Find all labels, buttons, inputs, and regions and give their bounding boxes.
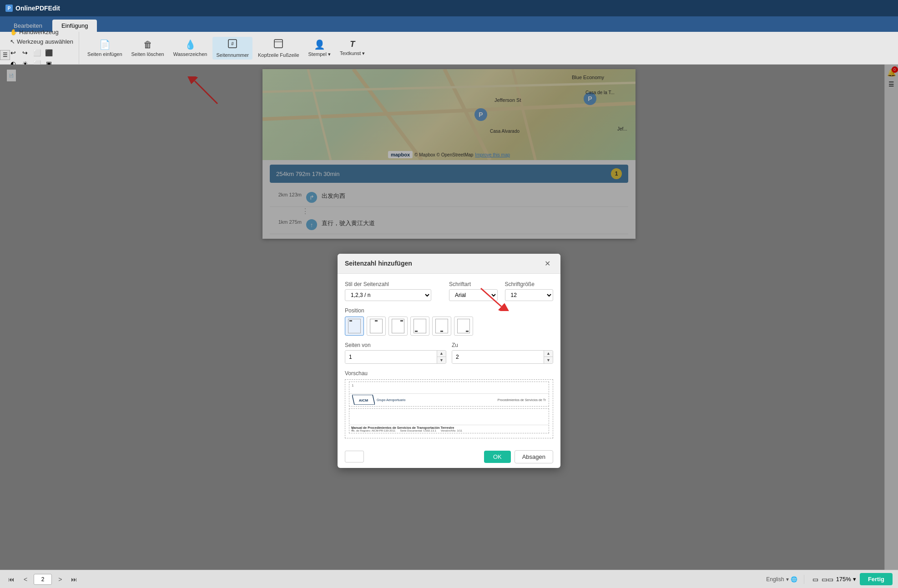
werkzeug-label: Werkzeug auswählen (17, 38, 73, 45)
stil-label: Stil der Seitenzahl (345, 281, 442, 287)
preview-container: 1 AICM Grupo Aeroportuario Procedimiento… (345, 379, 553, 438)
stempel-icon: 👤 (314, 39, 325, 50)
view-single-btn[interactable]: ▭ (811, 574, 821, 584)
dialog-header: Seitenzahl hinzufügen ✕ (338, 254, 560, 274)
schriftgroesse-label: Schriftgröße (505, 281, 554, 287)
preview-serie: Serie Documental: CS02.13.1 (400, 429, 436, 432)
position-bottom-left[interactable] (410, 317, 429, 336)
position-bottom-right[interactable] (454, 317, 473, 336)
seiten-von-spinners: ▲ ▼ (437, 351, 446, 363)
titlebar: P OnlinePDFEdit (0, 0, 898, 16)
app-logo: P OnlinePDFEdit (5, 4, 60, 13)
seiten-von-input[interactable] (345, 351, 437, 363)
seiten-zu-down[interactable]: ▼ (544, 357, 553, 363)
view-btn2[interactable]: ⬛ (44, 48, 54, 58)
dialog-close-button[interactable]: ✕ (542, 258, 553, 269)
modal-overlay: Seitenzahl hinzufügen ✕ Stil der Seitenz… (0, 65, 898, 570)
seitennummer-label: Seitennummer (216, 52, 249, 58)
preview-footer-line1: Manual de Procedimientos de Servicios de… (351, 426, 547, 429)
seiten-zu-input[interactable] (452, 351, 544, 363)
preview-aicm-subtext: Grupo Aeroportuario (377, 398, 405, 402)
language-selector[interactable]: English ▾ 🌐 (766, 576, 797, 583)
color-swatch[interactable] (345, 451, 364, 462)
zoom-controls: 175% ▾ (836, 576, 856, 583)
seiten-von-up[interactable]: ▲ (437, 351, 446, 357)
wasserzeichen-icon: 💧 (185, 39, 196, 50)
schriftgroesse-select[interactable]: 12 (505, 289, 554, 301)
svg-rect-4 (274, 40, 283, 48)
textkunst-icon: T (350, 40, 355, 49)
handwerkzeug-label: Handwerkzeug (19, 29, 59, 35)
werkzeug-button[interactable]: ↖ Werkzeug auswählen (8, 37, 75, 46)
preview-footer-band: Manual de Procedimientos de Servicios de… (349, 425, 549, 433)
svg-text:AICM: AICM (359, 398, 368, 402)
insert-tools-group: 📄 Seiten einfügen 🗑 Seiten löschen 💧 Was… (79, 32, 373, 64)
nav-next-button[interactable]: > (55, 575, 65, 584)
fertig-button[interactable]: Fertig (860, 573, 893, 585)
kopfzeile-icon (273, 39, 283, 51)
textkunst-label: Textkunst ▾ (340, 50, 365, 56)
nav-prev-button[interactable]: < (21, 575, 30, 584)
seiten-zu-up[interactable]: ▲ (544, 351, 553, 357)
seiten-zu-spinners: ▲ ▼ (544, 351, 553, 363)
preview-version: Versión/Año: 1/11 (441, 429, 462, 432)
position-top-right[interactable] (388, 317, 408, 336)
position-label: Position (345, 307, 553, 314)
ok-button[interactable]: OK (484, 451, 511, 463)
preview-footer-num: 1 (352, 427, 353, 432)
language-dropdown-icon: ▾ (786, 576, 789, 583)
dialog-title: Seitenzahl hinzufügen (345, 260, 412, 267)
language-label: English (766, 576, 784, 583)
position-top-left[interactable] (345, 317, 364, 336)
separator (804, 575, 804, 584)
preview-reg: No. de Registro: AICM-PR-130-2011 (351, 429, 395, 432)
pages-range-group: Seiten von ▲ ▼ Zu (345, 342, 553, 364)
svg-text:#: # (231, 41, 234, 46)
position-bottom-center[interactable] (432, 317, 451, 336)
redo-btn[interactable]: ↪ (20, 48, 30, 58)
seitennummer-tool[interactable]: # Seitennummer (212, 37, 252, 60)
seiten-von-down[interactable]: ▼ (437, 357, 446, 363)
nav-first-button[interactable]: ⏮ (5, 575, 17, 584)
hand-tools-group: ✋ Handwerkzeug ↖ Werkzeug auswählen ↩ ↪ … (5, 32, 79, 64)
kopfzeile-tool[interactable]: Kopfzeile Fußzeile (254, 37, 303, 60)
seiten-loeschen-icon: 🗑 (143, 40, 152, 50)
wasserzeichen-label: Wasserzeichen (173, 51, 207, 57)
seiten-einfuegen-icon: 📄 (99, 39, 111, 50)
seiten-von-input-wrap: ▲ ▼ (345, 350, 446, 364)
cursor-icon: ↖ (10, 38, 15, 45)
textkunst-tool[interactable]: T Textkunst ▾ (336, 38, 369, 58)
hand-icon: ✋ (10, 29, 17, 35)
wasserzeichen-tool[interactable]: 💧 Wasserzeichen (170, 37, 211, 59)
seiten-von-label: Seiten von (345, 342, 446, 348)
seiten-loeschen-tool[interactable]: 🗑 Seiten löschen (128, 38, 168, 59)
seitennummer-icon: # (227, 39, 237, 51)
stil-select[interactable]: 1,2,3 / n (345, 289, 431, 301)
seiten-zu-input-wrap: ▲ ▼ (452, 350, 553, 364)
globe-icon: 🌐 (791, 576, 797, 583)
handwerkzeug-button[interactable]: ✋ Handwerkzeug (8, 28, 61, 36)
preview-header-band: AICM Grupo Aeroportuario Procedimientos … (349, 393, 549, 406)
panel-icon: ☰ (3, 52, 8, 58)
stempel-tool[interactable]: 👤 Stempel ▾ (305, 37, 334, 59)
schriftart-select[interactable]: Arial (449, 289, 498, 301)
page-number-input[interactable] (34, 574, 52, 585)
left-panel-toggle[interactable]: ☰ (0, 50, 10, 60)
schriftgroesse-group: Schriftgröße 12 (505, 281, 554, 301)
preview-top-page: 1 AICM Grupo Aeroportuario Procedimiento… (349, 382, 549, 407)
zoom-level: 175% (836, 576, 851, 583)
add-page-number-dialog: Seitenzahl hinzufügen ✕ Stil der Seitenz… (338, 254, 560, 468)
style-font-row: Stil der Seitenzahl 1,2,3 / n Schriftart… (345, 281, 553, 301)
view-btn1[interactable]: ⬜ (32, 48, 42, 58)
seiten-einfuegen-tool[interactable]: 📄 Seiten einfügen (84, 37, 126, 59)
position-top-center[interactable] (367, 317, 386, 336)
cancel-button[interactable]: Absagen (515, 450, 553, 463)
position-buttons (345, 317, 553, 336)
kopfzeile-label: Kopfzeile Fußzeile (258, 52, 299, 58)
seiten-zu-label: Zu (452, 342, 553, 348)
stempel-label: Stempel ▾ (308, 51, 331, 57)
nav-last-button[interactable]: ⏭ (68, 575, 80, 584)
seiten-zu-field: Zu ▲ ▼ (452, 342, 553, 364)
view-double-btn[interactable]: ▭▭ (822, 574, 832, 584)
toolbar: ✋ Handwerkzeug ↖ Werkzeug auswählen ↩ ↪ … (0, 32, 898, 65)
